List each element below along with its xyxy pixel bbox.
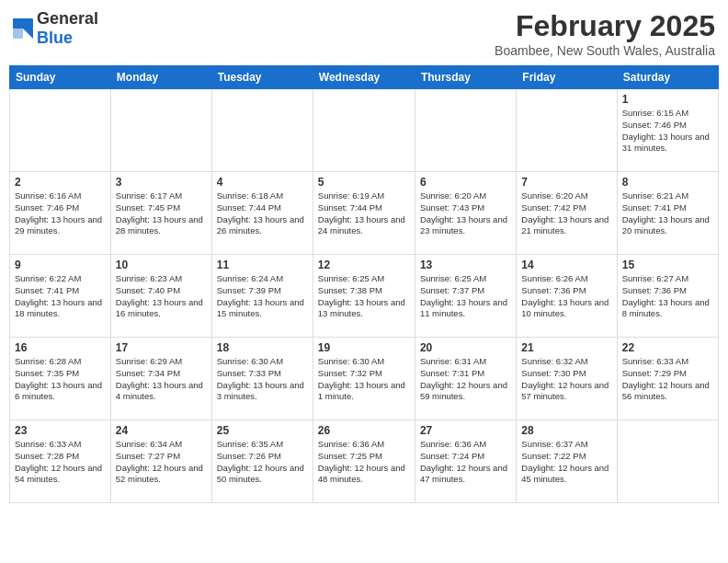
day-sun-info: Sunrise: 6:36 AMSunset: 7:25 PMDaylight:…	[318, 439, 410, 486]
day-sun-info: Sunrise: 6:31 AMSunset: 7:31 PMDaylight:…	[420, 356, 511, 403]
day-header-sunday: Sunday	[10, 66, 111, 89]
calendar-day-cell: 24Sunrise: 6:34 AMSunset: 7:27 PMDayligh…	[110, 420, 211, 503]
calendar-day-cell: 28Sunrise: 6:37 AMSunset: 7:22 PMDayligh…	[517, 420, 617, 503]
calendar-day-cell: 1Sunrise: 6:15 AMSunset: 7:46 PMDaylight…	[617, 89, 718, 172]
day-number: 18	[217, 341, 308, 354]
day-number: 5	[318, 176, 410, 189]
calendar-day-cell: 25Sunrise: 6:35 AMSunset: 7:26 PMDayligh…	[211, 420, 313, 503]
day-number: 11	[217, 259, 308, 271]
calendar-day-cell: 23Sunrise: 6:33 AMSunset: 7:28 PMDayligh…	[10, 420, 111, 503]
location-subtitle: Boambee, New South Wales, Australia	[495, 43, 715, 58]
day-number: 24	[116, 424, 207, 437]
calendar-week-row: 1Sunrise: 6:15 AMSunset: 7:46 PMDaylight…	[10, 89, 719, 172]
title-block: February 2025 Boambee, New South Wales, …	[495, 9, 715, 58]
month-year-title: February 2025	[495, 9, 715, 43]
day-number: 26	[318, 424, 410, 437]
calendar-day-cell	[313, 89, 415, 172]
day-sun-info: Sunrise: 6:30 AMSunset: 7:33 PMDaylight:…	[217, 356, 308, 403]
day-sun-info: Sunrise: 6:36 AMSunset: 7:24 PMDaylight:…	[420, 439, 511, 486]
calendar-day-cell: 8Sunrise: 6:21 AMSunset: 7:41 PMDaylight…	[617, 172, 718, 255]
calendar-week-row: 9Sunrise: 6:22 AMSunset: 7:41 PMDaylight…	[10, 255, 719, 338]
calendar-week-row: 16Sunrise: 6:28 AMSunset: 7:35 PMDayligh…	[10, 338, 719, 420]
day-header-wednesday: Wednesday	[313, 66, 415, 89]
logo-blue-text: Blue	[37, 29, 73, 47]
day-number: 14	[521, 259, 611, 271]
day-sun-info: Sunrise: 6:33 AMSunset: 7:29 PMDaylight:…	[622, 356, 713, 403]
day-sun-info: Sunrise: 6:37 AMSunset: 7:22 PMDaylight:…	[521, 439, 611, 486]
day-number: 3	[116, 176, 207, 189]
calendar-day-cell	[415, 89, 516, 172]
calendar-day-cell: 4Sunrise: 6:18 AMSunset: 7:44 PMDaylight…	[211, 172, 313, 255]
calendar-day-cell: 15Sunrise: 6:27 AMSunset: 7:36 PMDayligh…	[617, 255, 718, 338]
day-header-thursday: Thursday	[415, 66, 516, 89]
calendar-day-cell: 26Sunrise: 6:36 AMSunset: 7:25 PMDayligh…	[313, 420, 415, 503]
svg-rect-2	[13, 29, 23, 39]
day-number: 23	[15, 424, 106, 437]
svg-rect-0	[13, 18, 33, 29]
day-number: 21	[521, 341, 611, 354]
calendar-day-cell: 9Sunrise: 6:22 AMSunset: 7:41 PMDaylight…	[10, 255, 111, 338]
day-number: 28	[521, 424, 611, 437]
day-number: 20	[420, 341, 511, 354]
logo: General Blue	[13, 9, 98, 48]
day-number: 27	[420, 424, 511, 437]
day-number: 10	[116, 259, 207, 271]
calendar-day-cell: 11Sunrise: 6:24 AMSunset: 7:39 PMDayligh…	[211, 255, 313, 338]
day-header-friday: Friday	[517, 66, 617, 89]
calendar-day-cell: 14Sunrise: 6:26 AMSunset: 7:36 PMDayligh…	[517, 255, 617, 338]
day-number: 16	[15, 341, 106, 354]
calendar-day-cell: 27Sunrise: 6:36 AMSunset: 7:24 PMDayligh…	[415, 420, 516, 503]
day-number: 13	[420, 259, 511, 271]
day-sun-info: Sunrise: 6:25 AMSunset: 7:37 PMDaylight:…	[420, 273, 511, 320]
day-sun-info: Sunrise: 6:24 AMSunset: 7:39 PMDaylight:…	[217, 273, 308, 320]
day-sun-info: Sunrise: 6:34 AMSunset: 7:27 PMDaylight:…	[116, 439, 207, 486]
calendar-day-cell: 22Sunrise: 6:33 AMSunset: 7:29 PMDayligh…	[617, 338, 718, 420]
day-number: 25	[217, 424, 308, 437]
day-sun-info: Sunrise: 6:17 AMSunset: 7:45 PMDaylight:…	[116, 190, 207, 237]
calendar-week-row: 23Sunrise: 6:33 AMSunset: 7:28 PMDayligh…	[10, 420, 719, 503]
day-sun-info: Sunrise: 6:15 AMSunset: 7:46 PMDaylight:…	[622, 108, 713, 155]
calendar-day-cell: 20Sunrise: 6:31 AMSunset: 7:31 PMDayligh…	[415, 338, 516, 420]
day-number: 6	[420, 176, 511, 189]
calendar-day-cell: 19Sunrise: 6:30 AMSunset: 7:32 PMDayligh…	[313, 338, 415, 420]
calendar-header-row: SundayMondayTuesdayWednesdayThursdayFrid…	[10, 66, 719, 89]
calendar-day-cell	[110, 89, 211, 172]
calendar-day-cell: 7Sunrise: 6:20 AMSunset: 7:42 PMDaylight…	[517, 172, 617, 255]
calendar-day-cell: 17Sunrise: 6:29 AMSunset: 7:34 PMDayligh…	[110, 338, 211, 420]
day-sun-info: Sunrise: 6:27 AMSunset: 7:36 PMDaylight:…	[622, 273, 713, 320]
day-number: 7	[521, 176, 611, 189]
calendar-day-cell: 2Sunrise: 6:16 AMSunset: 7:46 PMDaylight…	[10, 172, 111, 255]
day-number: 12	[318, 259, 410, 271]
calendar-day-cell: 16Sunrise: 6:28 AMSunset: 7:35 PMDayligh…	[10, 338, 111, 420]
calendar-day-cell	[617, 420, 718, 503]
day-sun-info: Sunrise: 6:26 AMSunset: 7:36 PMDaylight:…	[521, 273, 611, 320]
calendar-day-cell	[10, 89, 111, 172]
page-header: General Blue February 2025 Boambee, New …	[9, 9, 719, 58]
day-number: 17	[116, 341, 207, 354]
day-sun-info: Sunrise: 6:22 AMSunset: 7:41 PMDaylight:…	[15, 273, 106, 320]
calendar-day-cell: 12Sunrise: 6:25 AMSunset: 7:38 PMDayligh…	[313, 255, 415, 338]
calendar-day-cell	[211, 89, 313, 172]
day-sun-info: Sunrise: 6:28 AMSunset: 7:35 PMDaylight:…	[15, 356, 106, 403]
day-number: 19	[318, 341, 410, 354]
calendar-day-cell: 21Sunrise: 6:32 AMSunset: 7:30 PMDayligh…	[517, 338, 617, 420]
calendar-table: SundayMondayTuesdayWednesdayThursdayFrid…	[9, 65, 719, 503]
day-sun-info: Sunrise: 6:33 AMSunset: 7:28 PMDaylight:…	[15, 439, 106, 486]
calendar-day-cell: 5Sunrise: 6:19 AMSunset: 7:44 PMDaylight…	[313, 172, 415, 255]
day-sun-info: Sunrise: 6:19 AMSunset: 7:44 PMDaylight:…	[318, 190, 410, 237]
calendar-week-row: 2Sunrise: 6:16 AMSunset: 7:46 PMDaylight…	[10, 172, 719, 255]
svg-marker-1	[23, 29, 33, 39]
day-number: 4	[217, 176, 308, 189]
day-header-saturday: Saturday	[617, 66, 718, 89]
calendar-day-cell: 6Sunrise: 6:20 AMSunset: 7:43 PMDaylight…	[415, 172, 516, 255]
calendar-day-cell: 18Sunrise: 6:30 AMSunset: 7:33 PMDayligh…	[211, 338, 313, 420]
day-sun-info: Sunrise: 6:16 AMSunset: 7:46 PMDaylight:…	[15, 190, 106, 237]
calendar-day-cell: 10Sunrise: 6:23 AMSunset: 7:40 PMDayligh…	[110, 255, 211, 338]
day-number: 1	[622, 93, 713, 106]
day-number: 15	[622, 259, 713, 271]
day-number: 9	[15, 259, 106, 271]
day-sun-info: Sunrise: 6:30 AMSunset: 7:32 PMDaylight:…	[318, 356, 410, 403]
logo-icon	[13, 18, 33, 39]
day-sun-info: Sunrise: 6:25 AMSunset: 7:38 PMDaylight:…	[318, 273, 410, 320]
day-sun-info: Sunrise: 6:18 AMSunset: 7:44 PMDaylight:…	[217, 190, 308, 237]
